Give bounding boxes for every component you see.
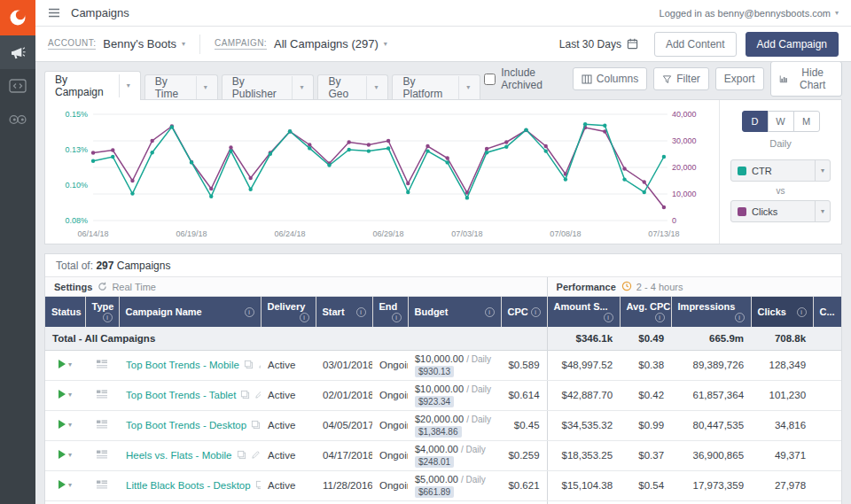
column-header-avg_cpc[interactable]: Avg. CPCi xyxy=(620,297,671,328)
chevron-down-icon: ▾ xyxy=(68,361,72,368)
column-header-impressions[interactable]: Impressionsi xyxy=(671,297,751,328)
info-icon[interactable]: i xyxy=(300,313,309,322)
cell-type xyxy=(85,440,119,470)
info-icon[interactable]: i xyxy=(245,307,254,317)
copy-icon[interactable] xyxy=(237,450,246,460)
include-archived-input[interactable] xyxy=(484,74,496,85)
content-ads-type-icon xyxy=(96,449,108,460)
info-icon[interactable]: i xyxy=(604,313,613,322)
user-menu[interactable]: Logged in as benny@bennysboots.com ▾ xyxy=(660,8,839,19)
sidebar-item-content[interactable] xyxy=(0,69,35,103)
cell-budget: $5,000.00 / Daily$661.89 xyxy=(408,470,501,500)
cell-start: 03/01/2018 xyxy=(316,350,372,380)
column-header-end[interactable]: Endi xyxy=(372,297,408,328)
campaign-name-link[interactable]: Heels vs. Flats - Mobile xyxy=(126,450,232,461)
date-range-label: Last 30 Days xyxy=(559,38,621,50)
campaign-name-link[interactable]: Top Boot Trends - Mobile xyxy=(126,360,239,370)
column-header-type[interactable]: Typei xyxy=(85,297,119,328)
cell-clicks: 27,825 xyxy=(751,500,813,504)
account-select[interactable]: ACCOUNT: Benny's Boots ▾ xyxy=(48,37,185,50)
column-header-cpc[interactable]: CPCi xyxy=(501,297,547,328)
granularity-d-button[interactable]: D xyxy=(742,111,769,132)
cell-start: 04/17/2018 xyxy=(316,440,372,470)
tab-by-campaign[interactable]: By Campaign▾ xyxy=(44,71,141,99)
info-icon[interactable]: i xyxy=(655,313,665,322)
column-header-extra[interactable]: C... xyxy=(813,297,841,328)
cell-budget: $3,000.00 / Daily$421.47 xyxy=(408,500,501,504)
campaign-label: CAMPAIGN: xyxy=(215,38,267,50)
chevron-down-icon: ▾ xyxy=(68,391,72,399)
add-content-button[interactable]: Add Content xyxy=(654,32,737,57)
status-toggle[interactable]: ▾ xyxy=(59,480,72,489)
columns-button[interactable]: Columns xyxy=(573,67,647,90)
campaign-count: 297 xyxy=(96,260,113,272)
svg-text:0: 0 xyxy=(672,216,676,225)
info-icon[interactable]: i xyxy=(797,307,807,317)
campaign-select[interactable]: CAMPAIGN: All Campaigns (297) ▾ xyxy=(215,37,387,50)
primary-metric-select[interactable]: CTR▾ xyxy=(730,159,831,182)
info-icon[interactable]: i xyxy=(485,307,495,317)
cell-extra xyxy=(813,380,841,410)
column-header-amount_spent[interactable]: Amount S...i xyxy=(547,297,620,328)
svg-text:20,000: 20,000 xyxy=(672,163,697,172)
column-header-start[interactable]: Starti xyxy=(316,297,372,328)
column-header-delivery[interactable]: Deliveryi xyxy=(261,297,316,328)
edit-pencil-icon[interactable] xyxy=(254,390,261,399)
svg-text:07/13/18: 07/13/18 xyxy=(648,229,679,238)
cell-delivery: Active xyxy=(261,470,316,500)
column-header-clicks[interactable]: Clicksi xyxy=(751,297,813,328)
play-status-icon xyxy=(59,420,66,429)
tab-by-platform[interactable]: By Platform▾ xyxy=(392,74,480,99)
info-icon[interactable]: i xyxy=(356,307,366,317)
hide-chart-button[interactable]: Hide Chart xyxy=(770,62,842,97)
filter-button[interactable]: Filter xyxy=(653,67,709,90)
status-toggle[interactable]: ▾ xyxy=(59,420,72,429)
campaign-name-link[interactable]: Little Black Boots - Desktop xyxy=(126,480,251,491)
include-archived-label: Include Archived xyxy=(501,66,563,91)
edit-pencil-icon[interactable] xyxy=(258,360,261,369)
secondary-metric-select[interactable]: Clicks▾ xyxy=(730,200,831,222)
chart-area: 40,00030,00020,00010,00000.15%0.13%0.10%… xyxy=(45,100,719,244)
column-header-status[interactable]: Status xyxy=(45,297,85,328)
date-range-picker[interactable]: Last 30 Days xyxy=(559,38,638,50)
account-value: Benny's Boots xyxy=(103,37,176,50)
info-icon[interactable]: i xyxy=(531,307,541,317)
cell-extra xyxy=(813,500,841,504)
export-button[interactable]: Export xyxy=(715,67,764,90)
column-header-budget[interactable]: Budgeti xyxy=(408,297,501,328)
cell-amount_spent: $34,535.32 xyxy=(547,410,620,440)
column-header-name[interactable]: Campaign Namei xyxy=(119,297,261,328)
top-bar: Campaigns Logged in as benny@bennysboots… xyxy=(35,0,851,27)
totals-label: Total - All Campaigns xyxy=(45,327,547,350)
status-toggle[interactable]: ▾ xyxy=(59,450,72,459)
tab-by-publisher[interactable]: By Publisher▾ xyxy=(222,74,315,99)
columns-icon xyxy=(582,74,592,84)
sidebar-item-insights[interactable] xyxy=(0,103,35,136)
app-logo[interactable] xyxy=(0,0,35,35)
cell-type xyxy=(85,350,119,380)
table-row: ▾Little Black Boots - DesktopActive11/28… xyxy=(45,470,841,500)
copy-icon[interactable] xyxy=(244,360,254,369)
divider xyxy=(199,35,200,54)
status-toggle[interactable]: ▾ xyxy=(59,390,72,399)
edit-pencil-icon[interactable] xyxy=(251,450,261,460)
tab-by-time[interactable]: By Time▾ xyxy=(144,74,218,99)
copy-icon[interactable] xyxy=(240,390,250,399)
granularity-w-button[interactable]: W xyxy=(768,111,794,132)
menu-icon[interactable] xyxy=(48,8,60,18)
info-icon[interactable]: i xyxy=(103,313,113,322)
info-icon[interactable]: i xyxy=(392,313,402,322)
copy-icon[interactable] xyxy=(255,480,261,490)
tab-by-geo[interactable]: By Geo▾ xyxy=(317,74,388,99)
include-archived-checkbox[interactable]: Include Archived xyxy=(484,66,563,91)
campaign-name-link[interactable]: Top Boot Trends - Tablet xyxy=(126,390,236,400)
copy-icon[interactable] xyxy=(251,420,261,430)
sidebar-item-campaigns[interactable] xyxy=(0,35,35,69)
info-icon[interactable]: i xyxy=(735,313,745,322)
chevron-down-icon: ▾ xyxy=(835,9,839,17)
status-toggle[interactable]: ▾ xyxy=(59,360,72,368)
campaign-name-link[interactable]: Top Boot Trends - Desktop xyxy=(126,420,246,430)
add-campaign-button[interactable]: Add Campaign xyxy=(746,32,839,57)
granularity-m-button[interactable]: M xyxy=(793,111,820,132)
table-row: ▾Top Boot Trends - MobileActive03/01/201… xyxy=(45,350,841,380)
